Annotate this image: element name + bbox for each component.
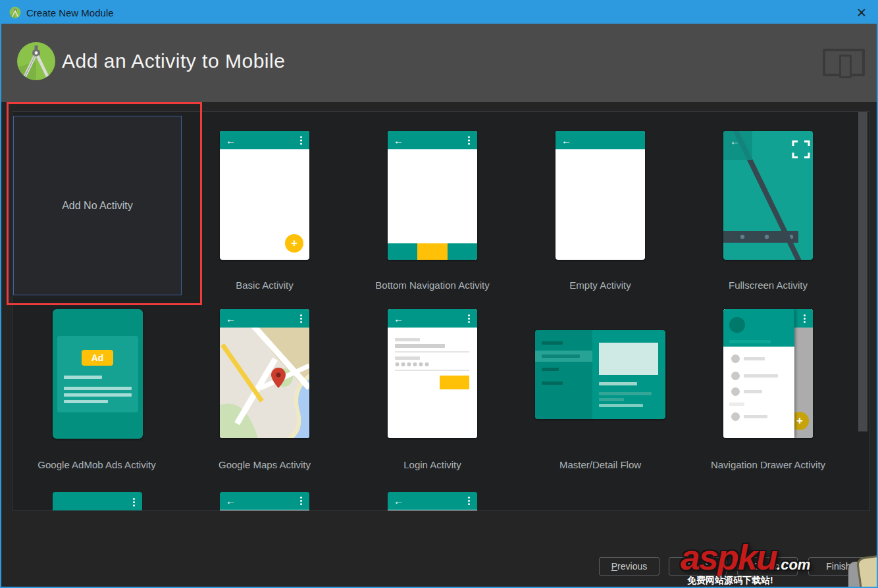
back-arrow-icon: ←: [561, 135, 571, 145]
overflow-menu-icon: [133, 501, 135, 503]
map-preview: [220, 328, 309, 438]
overflow-menu-icon: [300, 318, 302, 320]
template-google-maps-activity[interactable]: ←: [220, 309, 309, 438]
watermark-tagline: 免费网站源码下载站!: [687, 575, 773, 587]
vertical-scrollbar-thumb[interactable]: [858, 112, 867, 431]
drawer-panel: [723, 309, 794, 438]
appbar: ←: [388, 131, 477, 149]
template-row3-card-2[interactable]: ←: [220, 492, 309, 511]
template-fullscreen-activity[interactable]: ←: [723, 131, 813, 260]
template-basic-activity[interactable]: ← +: [220, 131, 309, 260]
template-add-no-activity[interactable]: Add No Activity: [13, 116, 182, 295]
template-row3-card-1[interactable]: [53, 492, 142, 511]
template-label: Fullscreen Activity: [684, 280, 852, 291]
phone-icon: [839, 55, 852, 78]
template-master-detail-flow[interactable]: [535, 330, 665, 419]
template-row3-card-3[interactable]: ←: [388, 492, 477, 511]
window-title: Create New Module: [26, 7, 114, 18]
template-navigation-drawer-activity[interactable]: +: [723, 309, 813, 438]
finish-button[interactable]: Finish: [808, 557, 869, 576]
overflow-menu-icon: [468, 318, 470, 320]
back-arrow-icon: ←: [394, 135, 403, 145]
template-empty-activity[interactable]: ←: [555, 131, 645, 260]
wizard-header: Add an Activity to Mobile: [1, 24, 877, 102]
page-title: Add an Activity to Mobile: [62, 50, 285, 72]
android-studio-icon: [9, 7, 21, 18]
avatar: [729, 317, 745, 333]
back-arrow-icon: ←: [394, 496, 403, 506]
back-arrow-icon: ←: [226, 496, 236, 506]
appbar: ←: [220, 309, 309, 328]
overflow-menu-icon: [804, 318, 806, 320]
template-label: Master/Detail Flow: [517, 459, 684, 470]
back-arrow-icon: ←: [394, 314, 403, 324]
fab-plus-icon: +: [285, 234, 303, 253]
fullscreen-preview: ←: [723, 131, 813, 260]
back-arrow-icon: ←: [226, 314, 236, 324]
overflow-menu-icon: [300, 500, 302, 502]
template-label: Add No Activity: [62, 200, 133, 212]
template-label: Bottom Navigation Activity: [349, 280, 516, 291]
title-bar: Create New Module ✕: [1, 1, 877, 24]
overflow-menu-icon: [300, 139, 302, 141]
template-label: Basic Activity: [181, 280, 348, 291]
close-icon[interactable]: ✕: [854, 5, 869, 20]
template-label: Empty Activity: [517, 280, 684, 291]
template-label: Login Activity: [349, 459, 516, 470]
cancel-button[interactable]: Cancel: [737, 557, 798, 576]
ad-badge: Ad: [82, 350, 113, 366]
template-admob-ads-activity[interactable]: Ad: [53, 309, 143, 439]
create-new-module-dialog: Create New Module ✕ Add an Activity to M…: [0, 0, 878, 588]
form-factor-devices-icon: [823, 49, 865, 76]
detail-hero-block: [599, 343, 658, 375]
ad-panel: Ad: [57, 336, 138, 412]
login-form-preview: [388, 328, 477, 438]
template-label: Google Maps Activity: [181, 459, 348, 470]
android-studio-logo: [17, 42, 55, 80]
overflow-menu-icon: [468, 500, 470, 502]
previous-button[interactable]: Previous: [599, 557, 659, 576]
back-arrow-icon: ←: [226, 135, 236, 145]
drawer-header: [723, 309, 794, 347]
template-login-activity[interactable]: ←: [388, 309, 477, 438]
template-gallery: Add No Activity ← + ← ←: [12, 111, 870, 511]
next-button[interactable]: Next: [669, 557, 727, 576]
template-label: Navigation Drawer Activity: [684, 459, 852, 470]
bottom-nav-bar: [388, 243, 477, 260]
template-label: Google AdMob Ads Activity: [13, 459, 180, 470]
svg-text:←: ←: [730, 135, 740, 147]
template-bottom-navigation-activity[interactable]: ←: [388, 131, 477, 260]
appbar: ←: [388, 309, 477, 328]
appbar: ←: [555, 131, 645, 149]
overflow-menu-icon: [468, 139, 470, 141]
appbar: ←: [220, 131, 309, 149]
